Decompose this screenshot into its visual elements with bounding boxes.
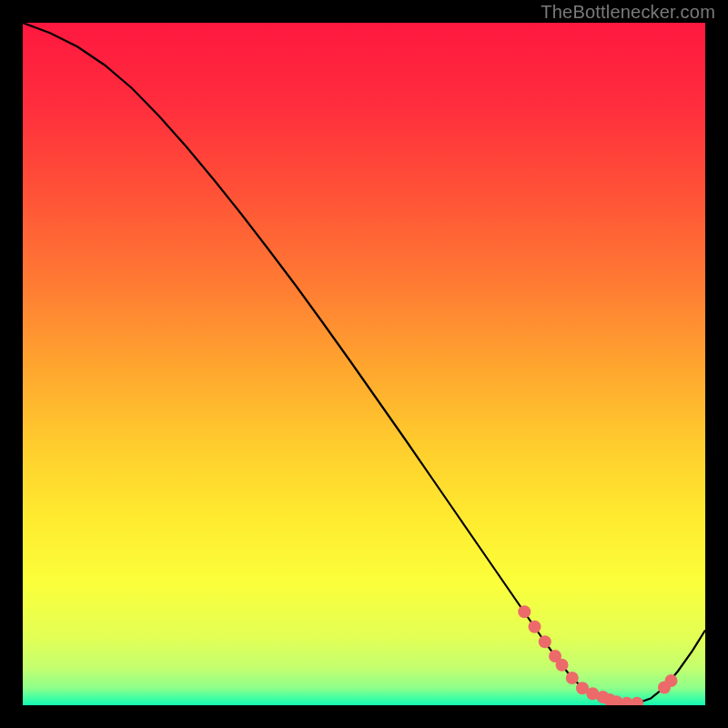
marker-dot [539, 635, 551, 648]
chart-svg [23, 23, 705, 705]
marker-dot [529, 621, 541, 633]
marker-dot [556, 659, 569, 672]
marker-dot [518, 605, 531, 618]
marker-dot [566, 672, 579, 684]
marker-dot [665, 674, 678, 687]
gradient-background [23, 23, 705, 705]
chart-frame: TheBottlenecker.com [0, 0, 728, 728]
plot-area [23, 23, 705, 705]
attribution-text: TheBottlenecker.com [541, 2, 715, 23]
